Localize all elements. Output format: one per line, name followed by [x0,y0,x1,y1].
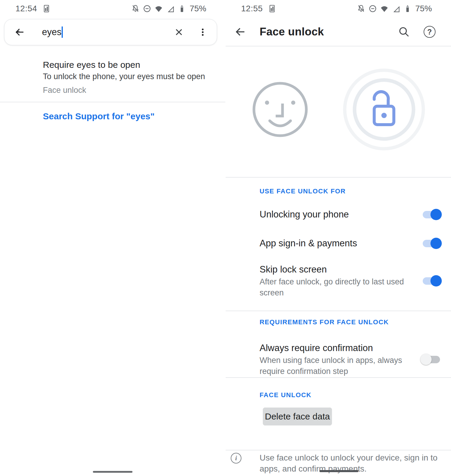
toggle-skip-lock-screen[interactable] [422,274,441,287]
divider [226,450,451,450]
row-title: Unlocking your phone [260,208,349,221]
divider [226,177,451,178]
battery-icon [177,4,186,13]
text-cursor [62,26,63,38]
search-support-link[interactable]: Search Support for "eyes" [43,111,155,121]
info-glyph: i [235,454,237,462]
do-not-disturb-icon [368,4,377,13]
overflow-menu-icon[interactable] [198,28,207,37]
row-skip-lock-screen[interactable]: Skip lock screen After face unlock, go d… [260,264,441,298]
section-heading-requirements: REQUIREMENTS FOR FACE UNLOCK [260,318,389,326]
status-time: 12:55 [241,4,263,13]
divider [226,311,451,311]
back-arrow-icon[interactable] [14,26,25,38]
search-result-item[interactable]: Require eyes to be open To unlock the ph… [43,59,216,95]
android-settings-screenshots: 12:54 [0,0,451,476]
settings-search-bar[interactable]: eyes [4,19,217,45]
delete-face-data-button[interactable]: Delete face data [263,408,332,425]
clear-icon[interactable] [174,27,184,37]
info-icon: i [231,453,241,464]
back-arrow-icon[interactable] [234,26,246,38]
status-icons: 75% [357,4,432,13]
help-glyph: ? [427,28,432,36]
screenshot-app-icon [42,4,51,13]
result-title: Require eyes to be open [43,59,216,71]
toggle-thumb [420,354,432,365]
toggle-app-sign-in-payments[interactable] [422,237,441,250]
toggle-thumb [430,275,442,286]
row-unlocking-your-phone[interactable]: Unlocking your phone [260,208,441,221]
header-divider [226,46,451,46]
status-time: 12:54 [15,4,37,13]
toggle-thumb [430,238,442,249]
result-subtitle: To unlock the phone, your eyes must be o… [43,71,216,82]
cellular-signal-icon [166,4,175,13]
cellular-signal-icon [391,4,400,13]
gesture-navigation-bar[interactable] [93,471,132,473]
search-icon[interactable] [398,26,410,38]
section-heading-use-face-unlock-for: USE FACE UNLOCK FOR [260,187,346,195]
help-icon[interactable]: ? [424,26,436,38]
screen-settings-search: 12:54 [0,0,225,476]
status-icons: 75% [131,4,206,13]
toggle-thumb [430,209,442,220]
battery-percent: 75% [415,4,432,13]
row-title: Skip lock screen [260,263,422,276]
toggle-unlocking-your-phone[interactable] [422,208,441,221]
row-title: App sign-in & payments [260,237,357,250]
wifi-icon [154,4,163,13]
battery-percent: 75% [190,4,206,13]
wifi-icon [380,4,389,13]
status-bar: 12:54 [0,2,225,15]
notifications-off-icon [357,4,366,13]
divider [226,377,451,378]
row-subtitle: When using face unlock in apps, always r… [260,355,422,377]
divider [0,102,225,102]
row-always-require-confirmation[interactable]: Always require confirmation When using f… [260,342,441,377]
result-category: Face unlock [43,85,216,95]
row-title: Always require confirmation [260,342,422,354]
do-not-disturb-icon [143,4,152,13]
section-heading-face-unlock: FACE UNLOCK [260,391,311,399]
row-subtitle: After face unlock, go directly to last u… [260,276,422,298]
row-app-sign-in-payments[interactable]: App sign-in & payments [260,237,441,250]
status-bar: 12:55 [226,2,451,15]
gesture-navigation-bar[interactable] [319,470,358,472]
search-query-text[interactable]: eyes [42,27,61,37]
screen-face-unlock: 12:55 [226,0,451,476]
battery-icon [403,4,412,13]
page-title: Face unlock [260,26,324,38]
unlock-icon [339,65,429,154]
app-header: Face unlock ? [226,18,451,46]
face-icon [250,80,310,139]
toggle-always-require-confirmation[interactable] [422,353,441,366]
notifications-off-icon [131,4,140,13]
screenshot-app-icon [268,4,277,13]
